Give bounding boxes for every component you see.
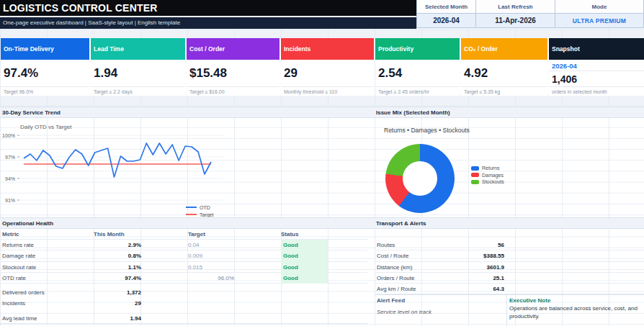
page-title: LOGISTICS CONTROL CENTER: [0, 0, 416, 16]
table-row-delivered-orders: Delivered orders 1,372: [0, 287, 367, 298]
legend-item-damages: Damages: [471, 172, 504, 179]
metric-target: 96.0%: [188, 273, 234, 284]
kpi-card-snapshot: Snapshot 2026-04 1,406 orders in selecte…: [549, 38, 644, 96]
kpi-header: Cost / Order: [187, 38, 279, 60]
last-refresh-label: Last Refresh: [498, 4, 532, 10]
mode-label: Mode: [592, 4, 607, 10]
snapshot-orders: 1,406: [549, 71, 644, 86]
metric-label: Delivered orders: [2, 287, 45, 298]
selected-month-value[interactable]: 2026-04: [433, 17, 460, 24]
metric-target: 0.04: [188, 240, 200, 250]
table-row-cost-per-route: Cost / Route $388.55: [375, 250, 644, 261]
selected-month-cell[interactable]: 2026-04: [416, 14, 475, 28]
metric-value: 1,372: [94, 287, 141, 298]
alert-feed-title: Alert Feed: [377, 296, 405, 306]
dashboard: LOGISTICS CONTROL CENTER One-page execut…: [0, 0, 644, 326]
section-title-ops: Operational Health: [2, 218, 53, 229]
legend-label: Damages: [482, 173, 504, 178]
trend-line-chart: 100%97%94%91%: [0, 118, 367, 217]
transport-label: Routes: [377, 240, 395, 250]
svg-text:94%: 94%: [5, 176, 15, 181]
metric-value: 97.4%: [94, 273, 141, 284]
kpi-card-productivity: Productivity 2.54 Target ≥ 2.45 orders/h…: [375, 38, 460, 96]
table-row-avg-lead-time: Avg lead time 1.94: [0, 313, 367, 324]
section-band-tables: Operational Health Transport & Alerts: [0, 217, 644, 229]
kpi-target: Target ≤ 5.35 kg: [461, 86, 547, 96]
svg-text:100%: 100%: [2, 133, 15, 138]
kpi-card-co2-per-order: CO₂ / Order 4.92 Target ≤ 5.35 kg: [461, 38, 547, 96]
metric-value: 29: [94, 298, 141, 309]
legend-item-returns: Returns: [471, 165, 504, 172]
metric-value: 1.94: [94, 313, 141, 324]
kpi-card-cost-per-order: Cost / Order $15.48 Target ≤ $16.00: [187, 38, 279, 96]
metric-value: 2.9%: [94, 240, 141, 250]
kpi-header: Incidents: [281, 38, 374, 60]
alert-feed-text: Service level on track: [377, 309, 431, 315]
ops-table-header-row: Metric This Month Target Status: [0, 229, 367, 240]
table-row-avg-km-per-route: Avg km / Route 64.3: [375, 284, 644, 294]
legend-swatch: [471, 173, 479, 177]
table-row-returns-rate: Returns rate 2.9% 0.04 Good: [0, 240, 367, 250]
selected-month-label: Selected Month: [425, 4, 468, 10]
table-row-distance: Distance (km) 3601.9: [375, 262, 644, 273]
kpi-value: 4.92: [461, 60, 547, 86]
kpi-value: 1.94: [91, 60, 185, 86]
kpi-value: 97.4%: [1, 60, 89, 86]
transport-value: 3601.9: [432, 262, 504, 273]
metric-label: OTD rate: [2, 273, 26, 284]
snapshot-month: 2026-04: [549, 60, 644, 71]
donut-chart-title: Returns • Damages • Stockouts: [384, 127, 470, 134]
section-title-transport: Transport & Alerts: [376, 218, 426, 229]
metric-value: 1.1%: [94, 262, 141, 273]
status-badge: Good: [281, 262, 328, 273]
svg-text:91%: 91%: [5, 198, 15, 203]
kpi-target: Target ≥ 2.45 orders/hr: [375, 86, 460, 96]
metric-label: Returns rate: [2, 240, 34, 250]
transport-value: 56: [432, 240, 504, 250]
kpi-card-lead-time: Lead Time 1.94 Target ≤ 2.2 days: [91, 38, 185, 96]
metric-label: Stockout rate: [2, 262, 36, 273]
col-header-metric: Metric: [2, 229, 19, 240]
legend-label: Returns: [482, 166, 500, 171]
legend-item-otd: OTD: [186, 204, 213, 211]
kpi-header: Productivity: [375, 38, 460, 60]
transport-label: Cost / Route: [377, 250, 408, 261]
last-refresh-value: 11-Apr-2026: [495, 17, 536, 24]
metric-target: 0.009: [188, 250, 202, 261]
section-band-charts: 30-Day Service Trend Issue Mix (Selected…: [0, 107, 644, 118]
col-header-target: Target: [188, 229, 205, 240]
kpi-header: On-Time Delivery: [1, 38, 89, 60]
kpi-card-on-time-delivery: On-Time Delivery 97.4% Target 96.0%: [1, 38, 89, 96]
kpi-header: Snapshot: [549, 38, 644, 60]
col-header-status: Status: [281, 229, 298, 240]
transport-value: 25.1: [432, 273, 504, 284]
table-row-orders-per-route: Orders / Route 25.1: [375, 273, 644, 284]
metric-value: 0.8%: [94, 250, 141, 261]
legend-swatch: [186, 214, 197, 216]
snapshot-caption: orders in selected month: [549, 86, 644, 96]
table-row-otd-rate: OTD rate 97.4% 96.0% Good: [0, 273, 367, 284]
table-row-stockout-rate: Stockout rate 1.1% 0.015 Good: [0, 262, 367, 273]
trend-chart-legend: OTDTarget: [186, 204, 213, 218]
table-row-incidents: Incidents 29: [0, 298, 367, 309]
status-badge: Good: [281, 273, 328, 284]
transport-value: 64.3: [432, 284, 504, 294]
kpi-header: Lead Time: [91, 38, 185, 60]
kpi-target: Monthly threshold ≤ 110: [281, 86, 374, 96]
donut-hole: [403, 161, 437, 196]
table-row-damage-rate: Damage rate 0.8% 0.009 Good: [0, 250, 367, 261]
transport-label: Distance (km): [377, 262, 412, 273]
col-header-this-month: This Month: [94, 229, 125, 240]
table-row-routes: Routes 56: [375, 240, 644, 250]
legend-label: Target: [200, 212, 213, 217]
donut-chart-legend: ReturnsDamagesStockouts: [471, 165, 504, 186]
status-badge: Good: [281, 240, 328, 250]
kpi-target: Target ≤ $16.00: [187, 86, 279, 96]
divider: [375, 294, 644, 295]
svg-text:97%: 97%: [5, 155, 15, 160]
legend-swatch: [186, 207, 197, 209]
band-bottom: [0, 96, 644, 107]
metric-label: Damage rate: [2, 250, 35, 261]
kpi-value: 29: [281, 60, 374, 86]
legend-item-stockouts: Stockouts: [471, 178, 504, 186]
